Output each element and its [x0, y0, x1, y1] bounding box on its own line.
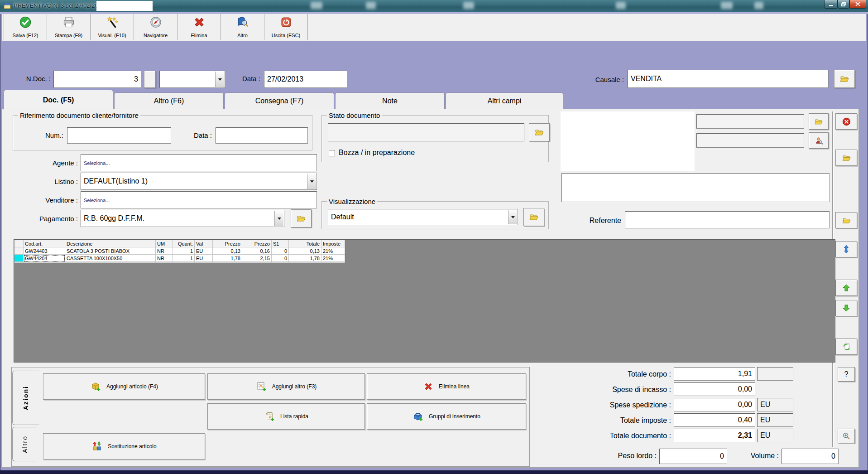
move-up-button[interactable] — [835, 280, 857, 296]
riferimento-legend: Riferimento documento cliente/fornitore — [18, 111, 140, 119]
window-bottom-edge — [0, 470, 868, 474]
other-button[interactable]: Altro — [221, 14, 264, 40]
rif-data-input[interactable] — [216, 127, 308, 144]
delete-line-button[interactable]: Elimina linea — [367, 373, 526, 400]
cliente-lookup-button[interactable] — [809, 113, 829, 130]
table-row[interactable]: GW24403 SCATOLA 3 POSTI BIABOX NR 1 EU 0… — [14, 247, 345, 255]
vtab-azioni[interactable]: Azioni — [12, 371, 39, 425]
volume-input[interactable]: 0 — [782, 449, 839, 464]
chevron-down-icon[interactable] — [215, 72, 224, 87]
peso-lordo-input[interactable]: 0 — [659, 449, 727, 464]
num-input[interactable] — [67, 127, 171, 144]
add-article-button[interactable]: Aggiungi articolo (F4) — [43, 373, 205, 400]
minimize-button[interactable] — [824, 0, 838, 9]
tab-doc[interactable]: Doc. (F5) — [4, 90, 113, 110]
print-button[interactable]: Stampa (F9) — [47, 14, 91, 40]
referente-input[interactable] — [625, 211, 830, 228]
copy-page-icon — [842, 343, 851, 351]
preview-button[interactable]: Visual. (F10) — [91, 14, 134, 40]
grid-header: Totale — [289, 240, 321, 247]
cliente-search-button[interactable] — [809, 132, 829, 149]
ndoc-small-button[interactable] — [144, 71, 156, 88]
replace-article-icon — [91, 441, 102, 452]
table-row-empty[interactable] — [14, 262, 345, 263]
folder-icon — [529, 213, 538, 221]
table-row-selected[interactable]: GW44204 CASSETTA 100X100X50 NR 1 EU 1,78… — [14, 255, 345, 262]
delete-line-icon — [423, 382, 433, 392]
chevron-down-icon[interactable] — [274, 211, 283, 226]
quick-list-icon — [264, 411, 275, 422]
referente-lookup-button[interactable] — [835, 212, 857, 228]
restore-icon — [841, 2, 846, 7]
chevron-down-icon[interactable] — [508, 210, 517, 224]
delete-x-icon — [193, 16, 206, 29]
compass-icon — [149, 16, 162, 29]
tab-altro[interactable]: Altro (F6) — [114, 92, 224, 109]
replace-article-button[interactable]: Sostituzione articolo — [43, 433, 205, 459]
tab-note[interactable]: Note — [335, 92, 445, 109]
arrow-up-icon — [842, 284, 850, 292]
navigator-button[interactable]: Navigatore — [134, 14, 177, 40]
insert-groups-icon — [412, 411, 423, 422]
venditore-combo[interactable]: Seleziona... — [81, 191, 317, 208]
quick-list-button[interactable]: Lista rapida — [207, 403, 365, 430]
red-circle-x-icon — [842, 117, 851, 126]
ndoc-input[interactable]: 3 — [53, 71, 141, 88]
save-button[interactable]: Salva (F12) — [4, 14, 47, 40]
bozza-checkbox[interactable] — [329, 150, 335, 156]
move-row-button[interactable] — [835, 241, 857, 257]
desktop-blur-blob — [721, 2, 733, 9]
doc-type-dropdown[interactable] — [159, 71, 225, 88]
delete-button[interactable]: Elimina — [177, 14, 221, 40]
agente-combo[interactable]: Seleziona... — [81, 154, 317, 171]
vtab-altro[interactable]: Altro — [12, 427, 37, 461]
totale-documento-unit: EU — [757, 429, 793, 442]
grid-header-marker — [14, 240, 24, 247]
visualizzazione-lookup-button[interactable] — [523, 208, 544, 226]
causale-input[interactable]: VENDITA — [628, 70, 829, 88]
stato-lookup-button[interactable] — [529, 123, 550, 141]
grid-header: UM — [156, 240, 173, 247]
move-down-button[interactable] — [835, 300, 857, 316]
cliente-field-1[interactable] — [696, 114, 804, 129]
insert-groups-button[interactable]: Gruppi di inserimento — [367, 403, 526, 430]
visualizzazione-dropdown[interactable]: Default — [328, 209, 518, 225]
spese-incasso-label: Spese di incasso : — [553, 386, 671, 394]
magic-wand-icon — [106, 16, 119, 29]
pagamento-lookup-button[interactable] — [291, 209, 312, 227]
causale-lookup-button[interactable] — [834, 70, 855, 88]
cliente-clear-button[interactable] — [835, 113, 857, 130]
add-other-button[interactable]: Aggiungi altro (F3) — [207, 373, 365, 400]
tab-altri-campi[interactable]: Altri campi — [446, 92, 563, 109]
data-label: Data : — [229, 75, 260, 82]
totale-documento-value: 2,31 — [674, 429, 755, 442]
pagamento-dropdown[interactable]: R.B. 60gg D.F.F.M. — [81, 210, 284, 227]
spese-spedizione-value: 0,00 — [674, 398, 755, 411]
listino-dropdown[interactable]: DEFAULT(Listino 1) — [81, 173, 317, 190]
destinazione-lookup-button[interactable] — [835, 150, 857, 166]
stato-legend: Stato documento — [327, 111, 382, 119]
indirizzo-box[interactable] — [561, 173, 830, 202]
data-input[interactable]: 27/02/2013 — [264, 71, 347, 88]
tab-consegna[interactable]: Consegna (F7) — [225, 92, 334, 109]
chevron-down-icon[interactable] — [307, 174, 316, 189]
close-button[interactable] — [849, 0, 866, 9]
stato-field[interactable] — [328, 123, 524, 141]
desktop-blur-blob — [754, 2, 763, 9]
visualizzazione-legend: Visualizzazione — [327, 198, 377, 205]
grid-header: Prezzo — [242, 240, 272, 247]
grid-header-row: Cod.art. Descrizione UM Quant. Val Prezz… — [14, 240, 345, 247]
row-marker-selected[interactable] — [14, 255, 24, 262]
grid-header: Cod.art. — [24, 240, 65, 247]
cliente-field-2[interactable] — [696, 133, 804, 148]
detail-zoom-button[interactable] — [838, 429, 855, 443]
help-button[interactable]: ? — [838, 367, 855, 382]
exit-button[interactable]: Uscita (ESC) — [264, 14, 308, 40]
row-marker[interactable] — [14, 247, 24, 255]
totale-documento-label: Totale documento : — [553, 432, 671, 440]
copy-rows-button[interactable] — [835, 339, 857, 355]
articles-grid-area: Cod.art. Descrizione UM Quant. Val Prezz… — [14, 239, 835, 363]
restore-button[interactable] — [838, 0, 849, 9]
customer-redaction-block — [561, 111, 695, 171]
desktop-blur-blob — [616, 2, 626, 9]
